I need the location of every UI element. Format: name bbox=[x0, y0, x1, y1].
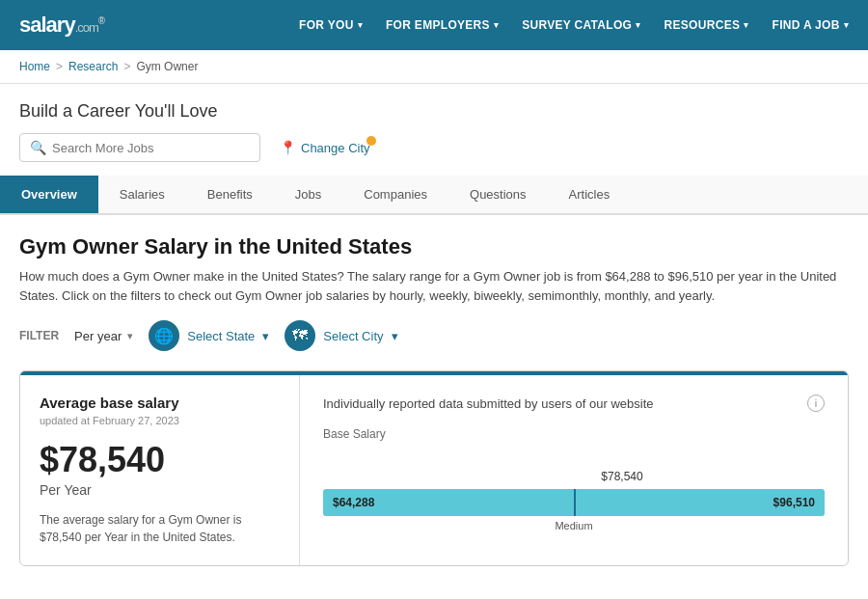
logo-suffix: .com bbox=[75, 20, 98, 35]
salary-bar: $64,288 $96,510 bbox=[323, 489, 825, 516]
breadcrumb-sep-1: > bbox=[56, 60, 63, 73]
state-filter[interactable]: 🌐 Select State ▾ bbox=[149, 320, 269, 351]
nav-find-a-job[interactable]: FIND A JOB ▾ bbox=[773, 18, 849, 32]
change-city-label: Change City bbox=[301, 141, 370, 155]
chevron-down-icon: ▾ bbox=[358, 20, 363, 30]
breadcrumb: Home > Research > Gym Owner bbox=[0, 50, 868, 84]
tab-jobs[interactable]: Jobs bbox=[274, 176, 342, 213]
median-text-label: Medium bbox=[323, 520, 825, 531]
breadcrumb-home[interactable]: Home bbox=[19, 60, 50, 73]
search-box[interactable]: 🔍 bbox=[19, 133, 260, 162]
chevron-down-icon: ▾ bbox=[494, 20, 499, 30]
median-amount-label: $78,540 bbox=[420, 470, 825, 483]
chart-title: Individually reported data submitted by … bbox=[323, 396, 654, 411]
chevron-down-icon: ▾ bbox=[392, 329, 398, 343]
tagline: Build a Career You'll Love bbox=[19, 101, 849, 122]
salary-content: Average base salary updated at February … bbox=[20, 375, 848, 565]
chevron-down-icon: ▾ bbox=[636, 20, 640, 30]
nav-survey-catalog[interactable]: SURVEY CATALOG ▾ bbox=[522, 18, 640, 32]
nav-resources[interactable]: RESOURCES ▾ bbox=[665, 18, 749, 32]
salary-card: Average base salary updated at February … bbox=[19, 370, 849, 566]
search-icon: 🔍 bbox=[30, 140, 46, 155]
chart-panel: Individually reported data submitted by … bbox=[300, 375, 848, 565]
site-logo[interactable]: salary.com® bbox=[19, 13, 104, 38]
chevron-down-icon: ▾ bbox=[844, 20, 849, 30]
search-row: 🔍 📍 Change City bbox=[19, 133, 849, 162]
bar-min-label: $64,288 bbox=[333, 496, 374, 509]
logo-registered: ® bbox=[98, 15, 104, 26]
city-filter[interactable]: 🗺 Select City ▾ bbox=[285, 320, 397, 351]
chart-header: Individually reported data submitted by … bbox=[323, 395, 825, 412]
tab-companies[interactable]: Companies bbox=[342, 176, 448, 213]
logo-text: salary bbox=[19, 13, 75, 37]
nav-for-you[interactable]: FOR YOU ▾ bbox=[299, 18, 363, 32]
tab-questions[interactable]: Questions bbox=[448, 176, 548, 213]
breadcrumb-research[interactable]: Research bbox=[68, 60, 118, 73]
tab-salaries[interactable]: Salaries bbox=[98, 176, 186, 213]
avg-salary-amount: $78,540 bbox=[40, 440, 280, 480]
period-label: Per year bbox=[74, 329, 122, 343]
globe-icon: 🌐 bbox=[149, 320, 179, 351]
page-description: How much does a Gym Owner make in the Un… bbox=[19, 267, 849, 305]
tab-articles[interactable]: Articles bbox=[548, 176, 632, 213]
tabs-bar: Overview Salaries Benefits Jobs Companie… bbox=[0, 176, 868, 215]
avg-base-panel: Average base salary updated at February … bbox=[20, 375, 300, 565]
state-select-label: Select State bbox=[187, 329, 255, 343]
chevron-down-icon: ▾ bbox=[744, 20, 748, 30]
map-icon: 🗺 bbox=[285, 320, 315, 351]
chevron-down-icon: ▾ bbox=[127, 330, 133, 342]
tab-benefits[interactable]: Benefits bbox=[186, 176, 274, 213]
search-input[interactable] bbox=[52, 141, 250, 155]
period-filter[interactable]: Per year ▾ bbox=[74, 329, 133, 343]
page-title: Gym Owner Salary in the United States bbox=[19, 234, 849, 259]
salary-bar-chart: $78,540 $64,288 $96,510 Medium bbox=[323, 470, 825, 531]
notification-dot bbox=[366, 136, 376, 146]
avg-salary-description: The average salary for a Gym Owner is $7… bbox=[40, 511, 280, 546]
header: salary.com® FOR YOU ▾ FOR EMPLOYERS ▾ SU… bbox=[0, 0, 868, 50]
tab-overview[interactable]: Overview bbox=[0, 176, 98, 213]
city-select-label: Select City bbox=[323, 329, 383, 343]
search-area: Build a Career You'll Love 🔍 📍 Change Ci… bbox=[0, 84, 868, 176]
nav-for-employers[interactable]: FOR EMPLOYERS ▾ bbox=[386, 18, 499, 32]
main-nav: FOR YOU ▾ FOR EMPLOYERS ▾ SURVEY CATALOG… bbox=[299, 18, 849, 32]
change-city-button[interactable]: 📍 Change City bbox=[280, 140, 370, 155]
location-icon: 📍 bbox=[280, 140, 296, 155]
avg-base-title: Average base salary bbox=[40, 395, 280, 411]
chevron-down-icon: ▾ bbox=[262, 329, 269, 343]
filter-row: FILTER Per year ▾ 🌐 Select State ▾ 🗺 Sel… bbox=[19, 320, 849, 351]
filter-label: FILTER bbox=[19, 329, 59, 342]
main-content: Gym Owner Salary in the United States Ho… bbox=[0, 215, 868, 585]
base-salary-label: Base Salary bbox=[323, 427, 825, 441]
updated-text: updated at February 27, 2023 bbox=[40, 415, 280, 426]
breadcrumb-current: Gym Owner bbox=[136, 60, 198, 73]
per-year-label: Per Year bbox=[40, 482, 280, 498]
bar-max-label: $96,510 bbox=[773, 496, 815, 509]
info-icon[interactable]: i bbox=[807, 395, 825, 412]
breadcrumb-sep-2: > bbox=[123, 60, 130, 73]
median-line bbox=[574, 489, 576, 516]
